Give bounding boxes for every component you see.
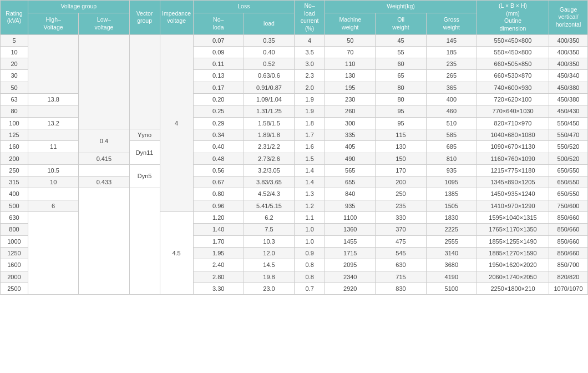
cell-no-load-loss: 0.40 bbox=[193, 141, 244, 153]
cell-lv: 0.4 bbox=[79, 129, 129, 153]
cell-vg bbox=[129, 188, 160, 295]
cell-machine-weight: 2340 bbox=[325, 271, 376, 283]
cell-gauge: 820/820 bbox=[549, 271, 588, 283]
cell-oil-weight: 200 bbox=[376, 177, 426, 188]
table-row: 2000.4150.482.73/2.61.54901508101160×760… bbox=[1, 153, 588, 164]
cell-load-loss: 5.41/5.15 bbox=[244, 200, 294, 211]
cell-machine-weight: 195 bbox=[325, 82, 376, 93]
cell-rating: 500 bbox=[1, 200, 28, 211]
cell-no-load-current: 1.4 bbox=[295, 177, 325, 188]
cell-load-loss: 2.31/2.2 bbox=[244, 141, 294, 153]
cell-dimension: 1450×935×1240 bbox=[477, 188, 549, 200]
cell-oil-weight: 235 bbox=[376, 200, 426, 211]
cell-load-loss: 10.3 bbox=[244, 235, 294, 247]
cell-oil-weight: 630 bbox=[376, 259, 426, 271]
cell-gauge: 750/600 bbox=[549, 200, 588, 211]
cell-oil-weight: 80 bbox=[376, 82, 426, 93]
cell-no-load-current: 4 bbox=[295, 34, 325, 46]
header-gauge: Gauge vertical/ horizontal bbox=[549, 1, 588, 35]
cell-rating: 2000 bbox=[1, 271, 28, 283]
cell-dimension: 740×600×930 bbox=[477, 82, 549, 93]
cell-no-load-loss: 1.70 bbox=[193, 235, 244, 247]
cell-gross-weight: 1505 bbox=[426, 200, 477, 211]
cell-dimension: 1885×1270×1590 bbox=[477, 247, 549, 259]
cell-gross-weight: 1095 bbox=[426, 177, 477, 188]
cell-oil-weight: 95 bbox=[376, 117, 426, 129]
header-low-voltage: Low– voltage bbox=[79, 13, 129, 34]
cell-rating: 250 bbox=[1, 164, 28, 176]
cell-load-loss: 6.2 bbox=[244, 212, 294, 224]
cell-oil-weight: 370 bbox=[376, 224, 426, 235]
cell-dimension: 1090×670×1130 bbox=[477, 141, 549, 153]
cell-gauge: 650/550 bbox=[549, 177, 588, 188]
cell-no-load-current: 1.9 bbox=[295, 105, 325, 117]
cell-rating: 20 bbox=[1, 58, 28, 70]
cell-load-loss: 1.09/1.04 bbox=[244, 94, 294, 105]
cell-machine-weight: 110 bbox=[325, 58, 376, 70]
cell-oil-weight: 250 bbox=[376, 188, 426, 200]
cell-no-load-current: 1.6 bbox=[295, 141, 325, 153]
cell-no-load-current: 1.1 bbox=[295, 212, 325, 224]
cell-machine-weight: 335 bbox=[325, 129, 376, 140]
cell-gross-weight: 510 bbox=[426, 117, 477, 129]
cell-gross-weight: 2225 bbox=[426, 224, 477, 235]
cell-gross-weight: 3140 bbox=[426, 247, 477, 259]
header-oil-weight: Oil weight bbox=[376, 13, 426, 34]
header-weight: Weight(kg) bbox=[325, 1, 477, 13]
cell-hv bbox=[28, 212, 79, 295]
cell-no-load-loss: 0.29 bbox=[193, 117, 244, 129]
cell-no-load-loss: 0.56 bbox=[193, 164, 244, 176]
cell-hv bbox=[28, 129, 79, 140]
cell-oil-weight: 830 bbox=[376, 283, 426, 294]
header-impedance: Impedance voltage bbox=[160, 1, 193, 35]
cell-gross-weight: 1385 bbox=[426, 188, 477, 200]
cell-gauge: 450/340 bbox=[549, 70, 588, 82]
cell-dimension: 720×620×100 bbox=[477, 94, 549, 105]
cell-machine-weight: 2920 bbox=[325, 283, 376, 294]
cell-gauge: 450/430 bbox=[549, 105, 588, 117]
cell-machine-weight: 840 bbox=[325, 188, 376, 200]
header-no-load-loss: No– loda bbox=[193, 13, 244, 34]
cell-machine-weight: 935 bbox=[325, 200, 376, 211]
cell-gross-weight: 145 bbox=[426, 34, 477, 46]
cell-no-load-current: 1.9 bbox=[295, 94, 325, 105]
cell-rating: 63 bbox=[1, 94, 28, 105]
header-loss: Loss bbox=[193, 1, 295, 13]
cell-rating: 400 bbox=[1, 188, 28, 200]
header-machine-weight: Machine weight bbox=[325, 13, 376, 34]
cell-dimension: 1215×775×1180 bbox=[477, 164, 549, 176]
cell-dimension: 1345×890×1205 bbox=[477, 177, 549, 188]
cell-gross-weight: 4190 bbox=[426, 271, 477, 283]
cell-load-loss: 23.0 bbox=[244, 283, 294, 294]
cell-gauge: 850/660 bbox=[549, 224, 588, 235]
cell-gauge: 450/380 bbox=[549, 82, 588, 93]
header-rating: Rating (kVA) bbox=[1, 1, 28, 35]
cell-machine-weight: 655 bbox=[325, 177, 376, 188]
cell-gauge: 650/550 bbox=[549, 188, 588, 200]
cell-gauge: 650/550 bbox=[549, 164, 588, 176]
cell-oil-weight: 545 bbox=[376, 247, 426, 259]
cell-load-loss: 1.89/1.8 bbox=[244, 129, 294, 140]
cell-gross-weight: 185 bbox=[426, 46, 477, 58]
cell-gross-weight: 2555 bbox=[426, 235, 477, 247]
cell-load-loss: 19.8 bbox=[244, 271, 294, 283]
cell-dimension: 1595×1040×1315 bbox=[477, 212, 549, 224]
cell-load-loss: 0.40 bbox=[244, 46, 294, 58]
cell-gauge: 550/470 bbox=[549, 129, 588, 140]
cell-gross-weight: 265 bbox=[426, 70, 477, 82]
cell-gross-weight: 5100 bbox=[426, 283, 477, 294]
cell-machine-weight: 1100 bbox=[325, 212, 376, 224]
cell-gross-weight: 460 bbox=[426, 105, 477, 117]
cell-no-load-loss: 0.25 bbox=[193, 105, 244, 117]
cell-rating: 800 bbox=[1, 224, 28, 235]
cell-gauge: 850/660 bbox=[549, 212, 588, 224]
cell-hv: 13.2 bbox=[28, 117, 79, 129]
cell-gauge: 400/350 bbox=[549, 46, 588, 58]
cell-gauge: 400/350 bbox=[549, 34, 588, 46]
cell-oil-weight: 115 bbox=[376, 129, 426, 140]
cell-machine-weight: 405 bbox=[325, 141, 376, 153]
cell-dimension: 2060×1740×2050 bbox=[477, 271, 549, 283]
cell-oil-weight: 170 bbox=[376, 164, 426, 176]
cell-hv: 13.8 bbox=[28, 94, 79, 105]
cell-no-load-loss: 1.95 bbox=[193, 247, 244, 259]
